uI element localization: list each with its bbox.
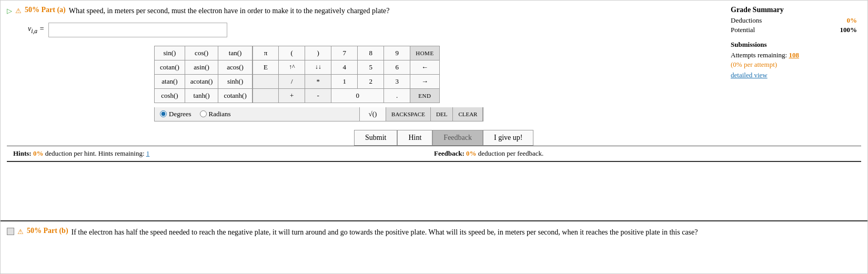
calc-6[interactable]: 6: [384, 60, 410, 74]
hints-percent: 0%: [33, 149, 44, 157]
radio-group: Degrees Radians: [160, 110, 230, 118]
calc-row-4: cosh() tanh() cotanh() + - 0 . END: [155, 88, 440, 103]
calc-left-arrow[interactable]: ←: [410, 60, 439, 74]
hint-button[interactable]: Hint: [397, 130, 432, 146]
calc-down-arrow[interactable]: ↓↓: [305, 60, 331, 74]
calc-acotan[interactable]: acotan(): [185, 74, 218, 88]
part-b-label: 50% Part (b): [27, 227, 68, 235]
calc-bottom-area: Degrees Radians √() BAC: [154, 107, 861, 121]
calc-cos[interactable]: cos(): [185, 46, 218, 60]
calc-plus[interactable]: +: [279, 88, 305, 103]
action-buttons: Submit Hint Feedback I give up!: [354, 130, 861, 146]
input-label: vi,a =: [28, 25, 44, 35]
calc-divide[interactable]: /: [279, 74, 305, 88]
calc-0[interactable]: 0: [331, 88, 384, 103]
degrees-radio-label[interactable]: Degrees: [160, 110, 191, 118]
answer-input[interactable]: [48, 23, 227, 37]
calc-backspace[interactable]: BACKSPACE: [386, 107, 431, 121]
submit-button[interactable]: Submit: [354, 130, 397, 146]
checkbox-icon-b[interactable]: [7, 228, 14, 235]
feedback-button[interactable]: Feedback: [432, 130, 483, 146]
calc-open-paren[interactable]: (: [279, 46, 305, 60]
give-up-button[interactable]: I give up!: [483, 130, 533, 146]
calc-5[interactable]: 5: [358, 60, 384, 74]
calc-asin[interactable]: asin(): [185, 60, 218, 74]
degrees-radio[interactable]: [160, 110, 167, 117]
per-attempt: (0% per attempt): [731, 60, 857, 69]
calc-row-1: sin() cos() tan() π ( ) 7 8 9 HOME: [155, 46, 440, 60]
hints-right: Feedback: 0% deduction per feedback.: [434, 149, 855, 158]
calc-close-paren[interactable]: ): [305, 46, 331, 60]
warning-icon-b: ⚠: [17, 228, 24, 236]
hints-deduction-text: deduction per hint. Hints remaining:: [45, 149, 146, 157]
deductions-label: Deductions: [731, 16, 762, 25]
calc-sqrt[interactable]: √(): [360, 107, 386, 121]
feedback-bar-label: Feedback:: [434, 149, 465, 157]
calc-table: sin() cos() tan() π ( ) 7 8 9 HOME cotan…: [154, 46, 440, 103]
calc-decimal[interactable]: .: [384, 88, 410, 103]
attempts-count[interactable]: 108: [789, 51, 799, 59]
calc-9[interactable]: 9: [384, 46, 410, 60]
radians-radio[interactable]: [200, 110, 207, 117]
hints-left: Hints: 0% deduction per hint. Hints rema…: [13, 149, 434, 158]
calc-multiply[interactable]: *: [305, 74, 331, 88]
calc-3[interactable]: 3: [384, 74, 410, 88]
degrees-label: Degrees: [169, 110, 191, 118]
part-a-section: Grade Summary Deductions 0% Potential 10…: [1, 1, 867, 221]
calc-bottom-right: √() BACKSPACE DEL CLEAR: [359, 107, 483, 121]
calc-clear[interactable]: CLEAR: [453, 107, 483, 121]
calc-row-2: cotan() asin() acos() E ↑^ ↓↓ 4 5 6 ←: [155, 60, 440, 74]
calc-e[interactable]: E: [253, 60, 279, 74]
calc-minus[interactable]: -: [305, 88, 331, 103]
calc-pi[interactable]: π: [253, 46, 279, 60]
calc-4[interactable]: 4: [331, 60, 358, 74]
potential-row: Potential 100%: [731, 26, 857, 34]
calc-8[interactable]: 8: [358, 46, 384, 60]
submissions-title: Submissions: [731, 40, 857, 49]
part-a-question: What speed, in meters per second, must t…: [69, 6, 390, 16]
hints-label: Hints:: [13, 149, 32, 157]
attempts-line: Attempts remaining: 108: [731, 51, 857, 59]
calc-cotanh[interactable]: cotanh(): [218, 88, 253, 103]
detailed-view-link[interactable]: detailed view: [731, 71, 768, 79]
hints-bar: Hints: 0% deduction per hint. Hints rema…: [7, 146, 861, 162]
calc-empty-2: [253, 88, 279, 103]
calc-del[interactable]: DEL: [431, 107, 453, 121]
degrees-radians-row: Degrees Radians: [154, 107, 359, 121]
calc-cosh[interactable]: cosh(): [155, 88, 185, 103]
calc-end[interactable]: END: [410, 88, 439, 103]
calc-home[interactable]: HOME: [410, 46, 439, 60]
calc-7[interactable]: 7: [331, 46, 358, 60]
radians-radio-label[interactable]: Radians: [200, 110, 231, 118]
calc-row-3: atan() acotan() sinh() / * 1 2 3 →: [155, 74, 440, 88]
calc-sinh[interactable]: sinh(): [218, 74, 253, 88]
main-container: Grade Summary Deductions 0% Potential 10…: [0, 0, 868, 274]
deductions-row: Deductions 0%: [731, 16, 857, 25]
calc-cotan[interactable]: cotan(): [155, 60, 185, 74]
calc-tanh[interactable]: tanh(): [185, 88, 218, 103]
feedback-percent: 0%: [466, 149, 477, 157]
grade-summary: Grade Summary Deductions 0% Potential 10…: [731, 6, 857, 79]
calc-tan[interactable]: tan(): [218, 46, 253, 60]
part-b-header: ⚠ 50% Part (b) If the electron has half …: [7, 227, 861, 238]
calc-1[interactable]: 1: [331, 74, 358, 88]
potential-value: 100%: [840, 26, 857, 34]
part-b-section: ⚠ 50% Part (b) If the electron has half …: [1, 221, 867, 243]
calc-empty-1: [253, 74, 279, 88]
calc-bottom-table: √() BACKSPACE DEL CLEAR: [359, 107, 483, 121]
calc-sin[interactable]: sin(): [155, 46, 185, 60]
calc-right-arrow[interactable]: →: [410, 74, 439, 88]
submissions-section: Submissions Attempts remaining: 108 (0% …: [731, 40, 857, 79]
triangle-icon: ▷: [7, 7, 12, 15]
part-b-text: If the electron has half the speed neede…: [72, 227, 709, 238]
deductions-value: 0%: [847, 16, 857, 25]
calc-acos[interactable]: acos(): [218, 60, 253, 74]
part-a-label: 50% Part (a): [25, 6, 66, 14]
warning-icon-a: ⚠: [15, 7, 22, 15]
grade-summary-title: Grade Summary: [731, 6, 857, 14]
calc-atan[interactable]: atan(): [155, 74, 185, 88]
calc-2[interactable]: 2: [358, 74, 384, 88]
feedback-deduction-text: deduction per feedback.: [478, 149, 544, 157]
hints-remaining-link[interactable]: 1: [146, 149, 150, 157]
calc-up-arrow[interactable]: ↑^: [279, 60, 305, 74]
